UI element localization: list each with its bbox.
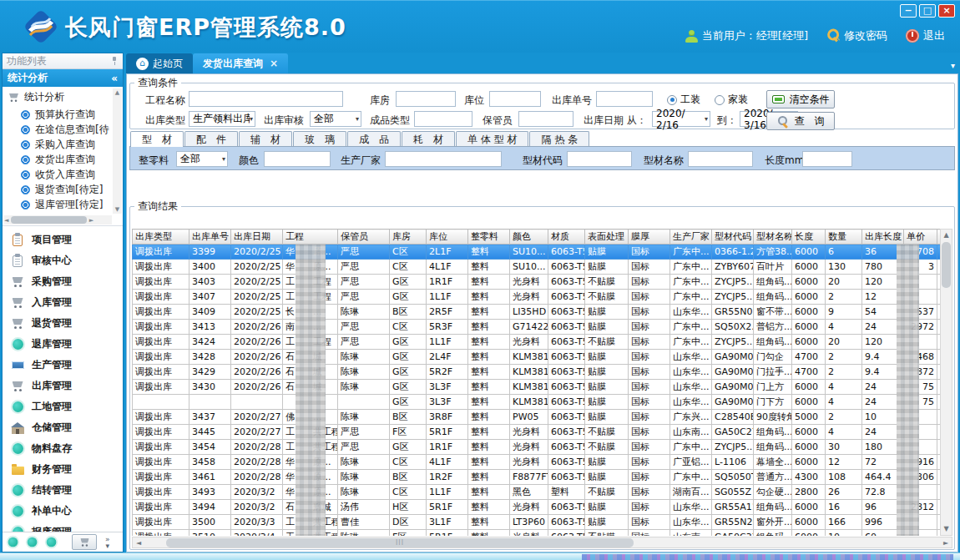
sidebar-menu-item-6[interactable]: 生产管理: [3, 355, 123, 376]
table-horizontal-scrollbar[interactable]: ◄ ΙΙΙ ►: [132, 537, 952, 548]
sidebar-menu-item-4[interactable]: 退货管理: [3, 313, 123, 334]
column-header-9[interactable]: 材质: [548, 230, 585, 245]
change-password-button[interactable]: 修改密码: [826, 28, 887, 43]
sidebar-menu-item-14[interactable]: 报废管理: [3, 522, 123, 532]
tree-vertical-scrollbar[interactable]: ▲ ▼: [113, 88, 122, 214]
minimize-button[interactable]: −: [900, 4, 917, 18]
material-tab-6[interactable]: 单 体 型 材: [456, 131, 528, 147]
table-row[interactable]: 调拨出库34032020/2/25工 工程严思G区1R1F整料光身料6063-T…: [133, 275, 952, 290]
column-header-16[interactable]: 数量: [826, 230, 862, 245]
material-tab-3[interactable]: 玻 璃: [293, 131, 346, 147]
vscroll-thumb[interactable]: [942, 242, 951, 288]
collapse-icon[interactable]: «: [111, 73, 118, 84]
table-row[interactable]: 调拨出库35002020/3/3工 共工程曹佳D区3L1F整料LT3P60606…: [133, 515, 952, 530]
column-header-1[interactable]: 出库单号: [189, 230, 231, 245]
color-input[interactable]: [264, 151, 331, 167]
hscroll-thumb[interactable]: ΙΙΙ: [166, 538, 634, 547]
section-bar-statistics[interactable]: 统计分析 «: [3, 69, 123, 87]
column-header-2[interactable]: 出库日期: [231, 230, 283, 245]
table-row[interactable]: 调拨出库34452020/2/27工 共工程严思F区5R1F整料光身料6063-…: [133, 425, 952, 440]
column-header-15[interactable]: 长度: [792, 230, 826, 245]
material-tab-1[interactable]: 配 件: [184, 131, 238, 147]
table-row[interactable]: 调拨出库34002020/2/25华 原...严思C区4L1F整料SU10...…: [133, 260, 952, 275]
column-header-8[interactable]: 颜色: [510, 230, 548, 245]
material-tab-5[interactable]: 耗 材: [402, 131, 455, 147]
table-vertical-scrollbar[interactable]: ▲ ▼: [940, 229, 952, 536]
table-row[interactable]: 调拨出库34242020/2/26工 工程严思G区1L1F整料光身料6063-T…: [133, 335, 952, 350]
length-input[interactable]: [802, 151, 852, 167]
footer-circle-icon[interactable]: [28, 537, 38, 547]
jiazhuang-radio[interactable]: 家装: [715, 93, 748, 107]
table-row[interactable]: 调拨出库34292020/2/26石 城陈琳G区5R2F整料KLM3817606…: [133, 365, 952, 380]
sidebar-menu-item-7[interactable]: 出库管理: [3, 376, 123, 396]
sidebar-menu-item-5[interactable]: 退库管理: [3, 334, 123, 355]
column-header-17[interactable]: 出库长度: [862, 230, 904, 245]
material-tab-4[interactable]: 成 品: [347, 131, 401, 147]
scroll-right-icon[interactable]: ►: [940, 539, 952, 547]
table-row[interactable]: 调拨出库34072020/2/25工 工程严思G区1L1F整料光身料6063-T…: [133, 290, 952, 305]
table-row[interactable]: 调拨出库34092020/2/25长 ...陈琳B区2R5F整料LI35HD60…: [133, 305, 952, 320]
tree-item-4[interactable]: 收货入库查询: [8, 167, 111, 182]
tab-list-caret-icon[interactable]: ▾: [951, 61, 955, 70]
maximize-button[interactable]: □: [919, 4, 936, 18]
column-header-0[interactable]: 出库类型: [133, 230, 189, 245]
table-row[interactable]: 调拨出库34932020/3/2华 原...陈琳C区1L1F整料黑色塑料不贴膜国…: [133, 485, 952, 500]
column-header-6[interactable]: 库位: [427, 230, 468, 245]
table-row[interactable]: 调拨出库34132020/2/26南 ...严思C区5R3F整料G7142260…: [133, 320, 952, 335]
column-header-3[interactable]: 工程: [283, 230, 338, 245]
table-row[interactable]: 调拨出库34302020/2/26石 城陈琳G区3L3F整料KLM3817606…: [133, 380, 952, 395]
warehouse-input[interactable]: [396, 91, 456, 107]
sidebar-menu-item-1[interactable]: 审核中心: [3, 250, 123, 271]
scroll-down-icon[interactable]: ▼: [941, 523, 952, 535]
tree-horizontal-scrollbar[interactable]: ◄ ►: [4, 215, 112, 225]
table-row[interactable]: 调拨出库34542020/2/28工 共工程严思G区1R1F整料光身料6063-…: [133, 440, 952, 455]
out-type-dropdown[interactable]: 生产领料出库 ▾: [189, 111, 255, 127]
table-row[interactable]: 调拨出库34282020/2/26石 城陈琳G区2L4F整料KLM3817606…: [133, 350, 952, 365]
order-no-input[interactable]: [596, 91, 653, 107]
keeper-input[interactable]: [518, 111, 573, 127]
tree-item-6[interactable]: 退库管理[待定]: [8, 197, 111, 212]
search-button[interactable]: 查 询: [766, 112, 835, 130]
sidebar-menu-item-11[interactable]: 财务管理: [3, 459, 123, 480]
clear-conditions-button[interactable]: 清空条件: [766, 90, 835, 108]
tab-shipment-outbound-query[interactable]: 发货出库查询 ×: [193, 53, 288, 73]
sidebar-menu-item-9[interactable]: 仓储管理: [3, 417, 123, 438]
sidebar-menu-item-10[interactable]: 物料盘存: [3, 438, 123, 459]
column-header-14[interactable]: 型材名称: [754, 230, 792, 245]
product-type-input[interactable]: [414, 111, 472, 127]
column-header-5[interactable]: 库房: [390, 230, 427, 245]
footer-circle-icon[interactable]: [47, 537, 57, 547]
table-row[interactable]: 调拨出库33992020/2/25华 原...严思C区2L1F整料SU10...…: [133, 245, 952, 260]
location-input[interactable]: [489, 91, 541, 107]
sidebar-menu-item-13[interactable]: 补单中心: [3, 501, 123, 522]
tree-item-1[interactable]: 在途信息查询[待: [8, 122, 111, 137]
scroll-right-icon[interactable]: ►: [89, 217, 93, 224]
gongzhuang-radio[interactable]: 工装: [667, 93, 700, 107]
sidebar-menu-item-0[interactable]: 项目管理: [3, 230, 123, 250]
table-row[interactable]: G区3L3F整料KLM38176063-T5贴膜国标山东华...GA90M09.…: [133, 395, 952, 410]
table-row[interactable]: 调拨出库35102020/3/4工 共工程陈琳F区5R1F整料光身料6063-T…: [133, 530, 952, 537]
table-row[interactable]: 调拨出库34612020/2/28华 原...陈琳B区1R2F整料F8877FT…: [133, 470, 952, 485]
tree-item-2[interactable]: 采购入库查询: [8, 137, 111, 152]
column-header-11[interactable]: 膜厚: [629, 230, 670, 245]
scroll-up-icon[interactable]: ▲: [113, 88, 122, 97]
tree-hscroll-thumb[interactable]: [11, 216, 86, 224]
close-button[interactable]: ×: [938, 4, 955, 18]
column-header-10[interactable]: 表面处理: [585, 230, 629, 245]
column-header-18[interactable]: 单价: [904, 230, 937, 245]
sidebar-menu-item-8[interactable]: 工地管理: [3, 396, 123, 417]
material-tab-2[interactable]: 辅 材: [239, 131, 292, 147]
scroll-left-icon[interactable]: ◄: [4, 217, 8, 224]
footer-more-button[interactable]: » ▾: [105, 536, 110, 549]
project-name-input[interactable]: [189, 91, 343, 107]
sidebar-menu-item-12[interactable]: 结转管理: [3, 480, 123, 501]
whole-dropdown[interactable]: 全部 ▾: [176, 151, 228, 167]
name-input[interactable]: [688, 151, 753, 167]
table-row[interactable]: 调拨出库34942020/3/2石 辉城汤伟H区5R1F整料光身料6063-T5…: [133, 500, 952, 515]
tab-home[interactable]: ⌂ 起始页: [126, 53, 193, 73]
code-input[interactable]: [567, 151, 632, 167]
scroll-up-icon[interactable]: ▲: [941, 230, 952, 241]
material-tab-7[interactable]: 隔 热 条: [529, 131, 589, 147]
maker-input[interactable]: [385, 151, 502, 167]
pin-icon[interactable]: [110, 56, 119, 66]
